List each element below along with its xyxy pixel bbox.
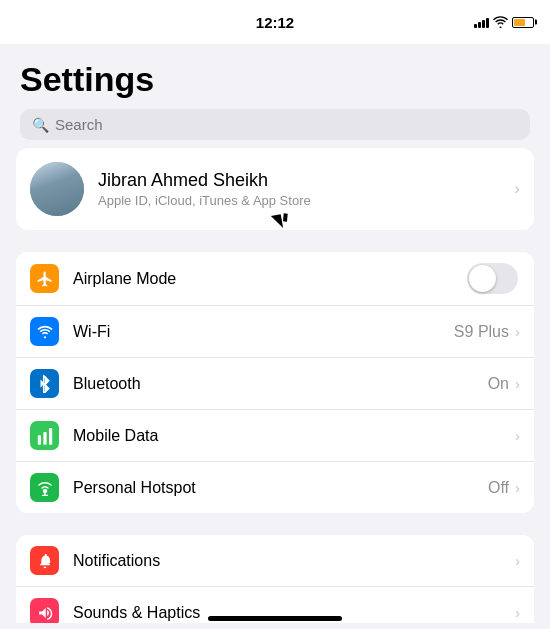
- profile-name: Jibran Ahmed Sheikh: [98, 170, 514, 191]
- wifi-icon: [493, 16, 508, 28]
- home-indicator: [208, 616, 342, 621]
- bluetooth-chevron: ›: [515, 375, 520, 392]
- profile-card[interactable]: Jibran Ahmed Sheikh Apple ID, iCloud, iT…: [16, 148, 534, 230]
- wifi-chevron: ›: [515, 323, 520, 340]
- profile-subtitle: Apple ID, iCloud, iTunes & App Store: [98, 193, 514, 208]
- mobile-data-chevron: ›: [515, 427, 520, 444]
- hotspot-value: Off: [488, 479, 509, 497]
- row-mobile-data[interactable]: Mobile Data ›: [16, 410, 534, 462]
- mobile-data-icon: [30, 421, 59, 450]
- svg-rect-1: [43, 432, 46, 445]
- signal-icon: [474, 16, 489, 28]
- row-bluetooth[interactable]: Bluetooth On ›: [16, 358, 534, 410]
- status-time: 12:12: [256, 14, 294, 31]
- search-input[interactable]: [55, 116, 518, 133]
- svg-rect-2: [49, 428, 52, 445]
- notifications-icon: [30, 546, 59, 575]
- notif-section: Notifications › Sounds & Haptics › Do No…: [16, 535, 534, 623]
- bluetooth-value: On: [488, 375, 509, 393]
- content-scroll: Jibran Ahmed Sheikh Apple ID, iCloud, iT…: [0, 148, 550, 623]
- separator-2: [16, 515, 534, 535]
- bluetooth-label: Bluetooth: [73, 375, 488, 393]
- bluetooth-icon: [30, 369, 59, 398]
- profile-info: Jibran Ahmed Sheikh Apple ID, iCloud, iT…: [98, 170, 514, 208]
- row-airplane-mode[interactable]: Airplane Mode: [16, 252, 534, 306]
- row-notifications[interactable]: Notifications ›: [16, 535, 534, 587]
- notifications-label: Notifications: [73, 552, 515, 570]
- status-icons: [474, 16, 534, 28]
- hotspot-icon: [30, 473, 59, 502]
- wifi-label: Wi-Fi: [73, 323, 454, 341]
- notifications-chevron: ›: [515, 552, 520, 569]
- search-bar[interactable]: 🔍: [20, 109, 530, 140]
- airplane-mode-toggle[interactable]: [467, 263, 518, 294]
- avatar: [30, 162, 84, 216]
- profile-chevron: ›: [514, 179, 520, 199]
- status-bar: 12:12: [0, 0, 550, 44]
- airplane-mode-icon: [30, 264, 59, 293]
- airplane-mode-label: Airplane Mode: [73, 270, 467, 288]
- hotspot-label: Personal Hotspot: [73, 479, 488, 497]
- wifi-settings-icon: [30, 317, 59, 346]
- row-personal-hotspot[interactable]: Personal Hotspot Off ›: [16, 462, 534, 513]
- separator-1: [16, 232, 534, 252]
- page-title: Settings: [20, 60, 530, 99]
- hotspot-chevron: ›: [515, 479, 520, 496]
- mobile-data-label: Mobile Data: [73, 427, 515, 445]
- sounds-icon: [30, 598, 59, 623]
- battery-icon: [512, 17, 534, 28]
- header: Settings 🔍: [0, 44, 550, 148]
- wifi-value: S9 Plus: [454, 323, 509, 341]
- svg-rect-0: [37, 435, 40, 445]
- search-icon: 🔍: [32, 117, 49, 133]
- network-section: Airplane Mode Wi-Fi S9 Plus ›: [16, 252, 534, 513]
- sounds-chevron: ›: [515, 604, 520, 621]
- row-wifi[interactable]: Wi-Fi S9 Plus ›: [16, 306, 534, 358]
